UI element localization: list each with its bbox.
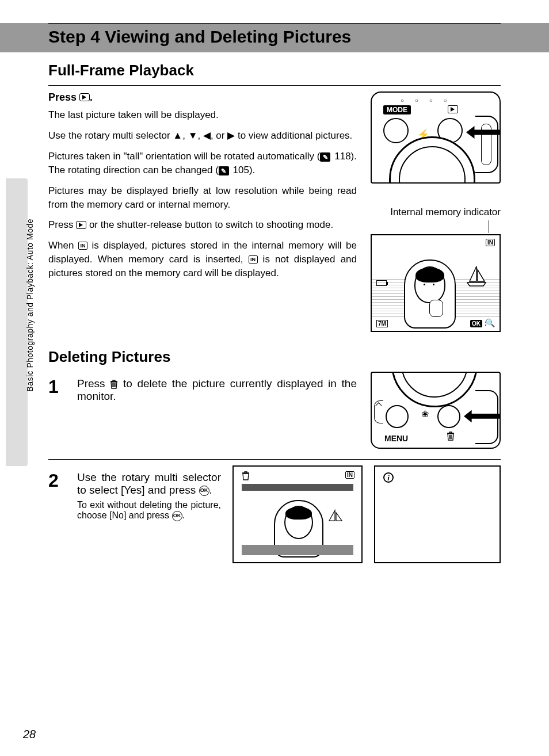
mode-button	[383, 118, 409, 143]
paragraph: Pictures taken in "tall" orientation wil…	[48, 150, 357, 177]
ok-indicator: OK	[470, 320, 482, 327]
menu-button	[386, 405, 409, 428]
strap-lug	[374, 400, 383, 423]
step-text: Press to delete the picture currently di…	[77, 377, 357, 403]
macro-icon: ❀	[421, 408, 429, 419]
paragraph: The last picture taken will be displayed…	[48, 108, 357, 122]
delete-button	[437, 405, 460, 428]
info-panel: i	[374, 465, 501, 563]
step-number: 1	[48, 377, 69, 403]
paragraph: When IN is displayed, pictures stored in…	[48, 239, 357, 280]
step-number: 2	[48, 471, 69, 521]
internal-memory-icon: IN	[78, 242, 87, 250]
camera-grip	[475, 116, 498, 173]
lcd-playback-illustration: IN 7M OK : 🔍	[371, 234, 501, 332]
battery-icon	[376, 280, 387, 286]
chapter-title-bar: Step 4 Viewing and Deleting Pictures	[0, 23, 549, 52]
lcd-delete-illustration: IN	[232, 465, 363, 563]
camera-bottom-illustration: ❀ MENU	[371, 372, 501, 449]
size-indicator: 7M	[376, 320, 388, 327]
dialog-band	[242, 484, 353, 491]
trash-icon	[447, 432, 455, 443]
figure-label: Internal memory indicator	[371, 207, 501, 218]
mode-label: MODE	[383, 105, 411, 114]
section-heading-playback: Full-Frame Playback	[48, 62, 501, 79]
camera-top-illustration: ○ ○ ○ ○ MODE ⚡	[371, 91, 501, 184]
in-indicator: IN	[486, 239, 495, 246]
in-indicator: IN	[345, 471, 354, 479]
sailboat-icon	[325, 508, 348, 528]
step-subtext: To exit without deleting the picture, ch…	[77, 500, 221, 521]
internal-memory-icon: IN	[249, 255, 258, 264]
section-heading-deleting: Deleting Pictures	[48, 348, 501, 366]
divider	[48, 459, 501, 460]
page-ref-icon: ✎	[320, 152, 330, 162]
rotary-dial	[389, 136, 475, 184]
step-2: 2 Use the rotary multi selector to selec…	[48, 471, 221, 521]
sailboat-icon	[464, 264, 489, 287]
dpad-arrows: ▲, ▼, ◀, or ▶	[173, 129, 235, 143]
paragraph: Press or the shutter-release button to s…	[48, 218, 357, 232]
rotary-dial	[391, 372, 478, 407]
press-play-instruction: Press .	[48, 91, 357, 104]
manual-page: Step 4 Viewing and Deleting Pictures Ful…	[0, 0, 549, 756]
trash-icon	[242, 471, 250, 483]
trash-icon	[110, 379, 118, 388]
info-icon: i	[383, 472, 394, 483]
person-illustration	[404, 255, 456, 330]
ok-button-icon: OK	[199, 486, 209, 496]
paragraph: Use the rotary multi selector ▲, ▼, ◀, o…	[48, 129, 357, 143]
play-button-marker	[448, 105, 458, 113]
speaker-dots: ○ ○ ○ ○	[401, 97, 452, 104]
menu-label: MENU	[384, 434, 408, 443]
step-1: 1 Press to delete the picture currently …	[48, 377, 357, 403]
dialog-band	[242, 545, 353, 555]
ok-button-icon: OK	[172, 511, 182, 521]
figure-pointer	[371, 220, 501, 234]
page-number: 28	[23, 728, 36, 741]
paragraph: Pictures may be displayed briefly at low…	[48, 184, 357, 212]
play-icon	[79, 93, 90, 101]
divider	[48, 85, 501, 86]
step-text: Use the rotary multi selector to select …	[77, 471, 221, 497]
page-ref-icon: ✎	[219, 166, 229, 175]
magnify-icon: 🔍	[485, 318, 495, 327]
play-icon	[76, 221, 86, 229]
chapter-title: Step 4 Viewing and Deleting Pictures	[48, 27, 501, 47]
